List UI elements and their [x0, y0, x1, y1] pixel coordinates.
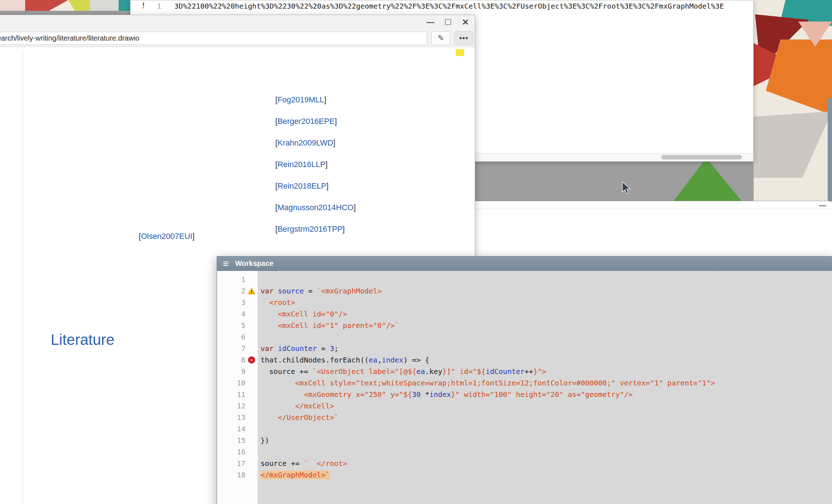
line-number: 4 [217, 308, 245, 320]
code-text: source += ` </root> [258, 458, 347, 469]
citation-column: [Fog2019MLL][Berger2016EPE][Krahn2009LWD… [275, 95, 356, 246]
line-number: 13 [217, 412, 245, 423]
workspace-window[interactable]: ≡ Workspace 12!var source = `<mxGraphMod… [217, 256, 832, 504]
editor-line[interactable]: ! 1 3D%22100%22%20height%3D%2230%22%20as… [130, 1, 753, 12]
line-number: 12 [217, 400, 245, 412]
line-number: 9 [217, 366, 245, 377]
line-number: 11 [217, 389, 245, 400]
citation-link[interactable]: [Rein2016LLP] [275, 160, 356, 181]
citation-link[interactable]: [Rein2018ELP] [275, 181, 356, 203]
code-line[interactable]: 7var idCounter = 3; [217, 343, 832, 354]
gutter-cell: 17 [217, 458, 258, 469]
yellow-note-marker[interactable] [456, 49, 464, 56]
code-line[interactable]: 5 <mxCell id="1" parent="0"/>` [217, 320, 832, 331]
gutter-cell: 15 [217, 435, 258, 446]
citation-link[interactable]: [Fog2019MLL] [275, 95, 356, 117]
code-text [258, 446, 261, 458]
gutter-cell: 16 [217, 446, 258, 458]
close-icon[interactable]: ✕ [462, 18, 469, 27]
minimize-icon[interactable]: — [427, 18, 435, 26]
minimize-icon[interactable]: — [819, 203, 826, 207]
code-line[interactable]: 16 [217, 446, 832, 458]
citation-side: [Olsen2007EUI] [139, 232, 194, 253]
warning-marker-icon[interactable]: ! [248, 288, 256, 295]
code-line[interactable]: 8✕that.childNodes.forEach((ea,index) => … [217, 354, 832, 366]
code-text: <mxCell id="1" parent="0"/>` [258, 320, 399, 331]
gutter-cell: 1 [217, 274, 258, 285]
window-title: Workspace [235, 259, 273, 268]
gutter-cell: 7 [217, 343, 258, 354]
line-number: 1 [217, 274, 245, 285]
code-text [258, 331, 261, 343]
gutter-cell: 5 [217, 320, 258, 331]
workspace-titlebar[interactable]: ≡ Workspace [217, 256, 832, 271]
code-text: </mxCell> [258, 400, 334, 412]
world-scrollbar[interactable] [828, 98, 832, 202]
address-bar: ✎ ••• [0, 29, 475, 47]
line-number: 15 [217, 435, 245, 446]
wallpaper-top-left [0, 0, 130, 11]
code-line[interactable]: 2!var source = `<mxGraphModel> [217, 285, 832, 297]
menu-icon[interactable]: ≡ [223, 259, 229, 269]
code-line[interactable]: 3 <root> [217, 297, 832, 308]
gutter-cell: 12 [217, 400, 258, 412]
citation-link[interactable]: [Olsen2007EUI] [139, 232, 194, 253]
code-line[interactable]: 12 </mxCell> [217, 400, 832, 412]
code-line[interactable]: 1 [217, 274, 832, 285]
page-title: Literature [51, 331, 114, 348]
encoded-code-text: 3D%22100%22%20height%3D%2230%22%20as%3D%… [174, 2, 724, 10]
gutter-cell: 2! [217, 285, 258, 297]
code-text: <mxCell id="0"/> [258, 308, 347, 320]
code-line[interactable]: 14 [217, 423, 832, 435]
code-line[interactable]: 10 <mxCell style="text;whiteSpace=wrap;h… [217, 377, 832, 389]
citation-link[interactable]: [Berger2016EPE] [275, 117, 356, 138]
desktop: ! 1 3D%22100%22%20height%3D%2230%22%20as… [0, 0, 832, 504]
code-line[interactable]: 9 source += `<UserObject label="[@${ea.k… [217, 366, 832, 377]
line-number: 7 [217, 343, 245, 354]
gutter-cell: 4 [217, 308, 258, 320]
code-line[interactable]: 13 </UserObject>` [217, 412, 832, 423]
file-path-input[interactable] [0, 32, 427, 45]
code-line[interactable]: 15}) [217, 435, 832, 446]
code-text: that.childNodes.forEach((ea,index) => { [258, 354, 429, 366]
gutter-cell: 10 [217, 377, 258, 389]
more-options-button[interactable]: ••• [454, 31, 473, 45]
gutter-cell: 11 [217, 389, 258, 400]
page-boundary-line [23, 51, 23, 504]
line-number: 16 [217, 446, 245, 458]
line-number: 1 [157, 2, 161, 10]
edit-path-button[interactable]: ✎ [431, 31, 450, 45]
code-line[interactable]: 4 <mxCell id="0"/> [217, 308, 832, 320]
code-text: <mxCell style="text;whiteSpace=wrap;html… [258, 377, 715, 389]
gutter-cell: 8✕ [217, 354, 258, 366]
code-text: </mxGraphModel>` [258, 469, 330, 481]
gutter-cell: 3 [217, 297, 258, 308]
line-number: 18 [217, 469, 245, 481]
background-window-header: — [475, 201, 832, 209]
code-line[interactable]: 17source += ` </root> [217, 458, 832, 469]
citation-link[interactable]: [Krahn2009LWD] [275, 138, 356, 160]
horizontal-scrollbar-thumb[interactable] [661, 155, 742, 159]
error-gutter-icon: ! [141, 1, 146, 10]
code-text [258, 274, 261, 285]
code-line[interactable]: 11 <mxGeometry x="250" y="${30 *index}" … [217, 389, 832, 400]
error-marker-icon[interactable]: ✕ [248, 356, 255, 364]
drawio-titlebar[interactable]: — □ ✕ [0, 15, 475, 29]
code-line[interactable]: 6 [217, 331, 832, 343]
code-text [258, 423, 261, 435]
line-number: 8 [217, 354, 245, 366]
workspace-code-body[interactable]: 12!var source = `<mxGraphModel>3 <root>4… [217, 271, 832, 504]
gutter-cell: 9 [217, 366, 258, 377]
line-number: 2 [217, 285, 245, 297]
citation-link[interactable]: [Magnusson2014HCO] [275, 203, 356, 225]
line-number: 6 [217, 331, 245, 343]
code-text: var idCounter = 3; [258, 343, 339, 354]
gutter-cell: 18 [217, 469, 258, 481]
line-number: 14 [217, 423, 245, 435]
code-line[interactable]: 18</mxGraphModel>` [217, 469, 832, 481]
code-text: var source = `<mxGraphModel> [258, 285, 382, 297]
gutter-cell: 6 [217, 331, 258, 343]
maximize-icon[interactable]: □ [445, 17, 451, 27]
citation-link[interactable]: [Bergstrm2016TPP] [275, 225, 356, 246]
code-text: }) [258, 435, 269, 446]
